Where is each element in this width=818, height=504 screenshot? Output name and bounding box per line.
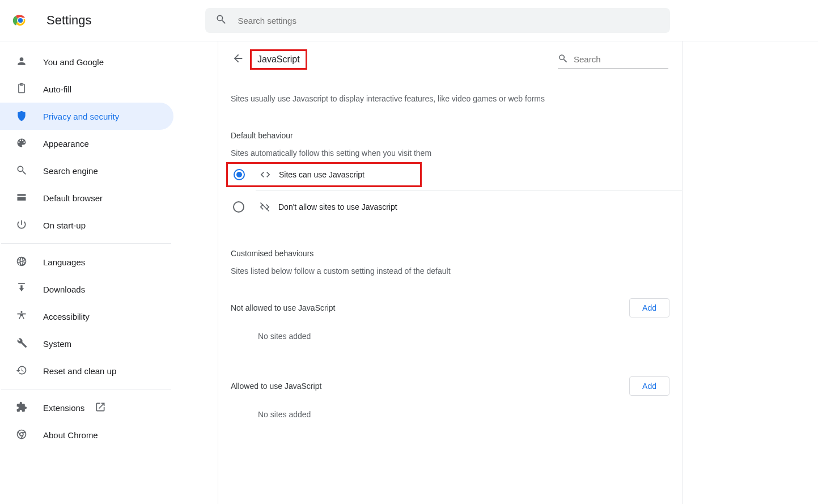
custom-title: Customised behaviours	[231, 249, 669, 258]
browser-icon	[16, 192, 27, 205]
sidebar-item-reset[interactable]: Reset and clean up	[0, 357, 173, 384]
page-title: Settings	[46, 13, 92, 28]
svg-point-1	[18, 18, 23, 23]
code-icon	[260, 169, 271, 180]
breadcrumb-title: JavaScript	[250, 49, 307, 70]
sidebar-item-label: Auto-fill	[43, 84, 71, 94]
search-icon	[16, 164, 27, 177]
sidebar-item-label: Extensions	[43, 403, 84, 413]
custom-desc: Sites listed below follow a custom setti…	[231, 266, 669, 277]
sidebar-item-extensions[interactable]: Extensions	[0, 394, 173, 421]
search-icon	[215, 14, 227, 27]
allowed-empty: No sites added	[218, 403, 682, 426]
person-icon	[16, 56, 27, 69]
sidebar-divider	[1, 243, 171, 244]
shield-icon	[16, 110, 27, 123]
accessibility-icon	[16, 310, 27, 323]
clipboard-icon	[16, 83, 27, 96]
wrench-icon	[16, 337, 27, 350]
sidebar-item-appearance[interactable]: Appearance	[0, 130, 173, 157]
code-off-icon	[259, 201, 270, 213]
sidebar: You and Google Auto-fill Privacy and sec…	[0, 41, 173, 504]
sidebar-item-default-browser[interactable]: Default browser	[0, 184, 173, 211]
radio-block-label: Don't allow sites to use Javascript	[278, 202, 397, 211]
intro-text: Sites usually use Javascript to display …	[231, 94, 669, 105]
sidebar-item-label: You and Google	[43, 57, 104, 67]
sidebar-item-label: Privacy and security	[43, 112, 119, 121]
sidebar-item-label: System	[43, 339, 71, 349]
search-icon	[558, 53, 568, 66]
sidebar-item-label: About Chrome	[43, 430, 98, 440]
arrow-back-icon	[232, 52, 244, 67]
globe-icon	[16, 256, 27, 269]
sidebar-item-you-google[interactable]: You and Google	[0, 48, 173, 75]
radio-block-js[interactable]: Don't allow sites to use Javascript	[218, 191, 682, 223]
puzzle-icon	[16, 401, 27, 414]
sidebar-item-autofill[interactable]: Auto-fill	[0, 75, 173, 103]
sidebar-item-label: Search engine	[43, 166, 98, 176]
settings-card: JavaScript Sites usually use Javascript …	[218, 41, 683, 504]
download-icon	[16, 283, 27, 296]
chrome-outline-icon	[16, 429, 27, 442]
sidebar-item-label: Accessibility	[43, 312, 90, 321]
sidebar-item-label: Appearance	[43, 139, 89, 149]
sidebar-item-label: On start-up	[43, 221, 86, 230]
radio-unselected-icon	[233, 201, 244, 213]
card-header: JavaScript	[218, 41, 682, 78]
sidebar-item-languages[interactable]: Languages	[0, 248, 173, 276]
default-behaviour-desc: Sites automatically follow this setting …	[231, 148, 669, 159]
sidebar-divider	[1, 389, 171, 389]
radio-allow-label: Sites can use Javascript	[279, 170, 365, 179]
sidebar-item-about[interactable]: About Chrome	[0, 421, 173, 448]
sidebar-item-label: Languages	[43, 257, 85, 267]
power-icon	[16, 219, 27, 232]
palette-icon	[16, 137, 27, 150]
sidebar-item-label: Default browser	[43, 193, 103, 203]
not-allowed-empty: No sites added	[218, 325, 682, 348]
not-allowed-header: Not allowed to use JavaScript	[231, 303, 335, 312]
add-allowed-button[interactable]: Add	[629, 376, 669, 396]
allowed-header: Allowed to use JavaScript	[231, 382, 321, 391]
sidebar-item-privacy[interactable]: Privacy and security	[0, 103, 173, 130]
sidebar-item-label: Reset and clean up	[43, 366, 116, 376]
top-search-input[interactable]	[238, 16, 660, 26]
sidebar-item-system[interactable]: System	[0, 330, 173, 357]
history-icon	[16, 365, 27, 378]
app-header: Settings	[0, 0, 818, 41]
chrome-logo-icon	[12, 12, 28, 28]
sidebar-item-search-engine[interactable]: Search engine	[0, 157, 173, 184]
radio-selected-icon	[234, 169, 245, 180]
sidebar-item-startup[interactable]: On start-up	[0, 211, 173, 239]
radio-allow-js[interactable]: Sites can use Javascript	[226, 162, 422, 187]
in-page-search-input[interactable]	[574, 54, 668, 64]
external-link-icon	[84, 401, 106, 414]
in-page-search[interactable]	[558, 50, 668, 69]
sidebar-item-label: Downloads	[43, 285, 85, 294]
sidebar-item-downloads[interactable]: Downloads	[0, 276, 173, 303]
default-behaviour-title: Default behaviour	[231, 131, 669, 140]
sidebar-item-accessibility[interactable]: Accessibility	[0, 303, 173, 330]
back-button[interactable]	[232, 52, 244, 67]
top-search[interactable]	[205, 8, 670, 33]
add-not-allowed-button[interactable]: Add	[629, 298, 669, 317]
